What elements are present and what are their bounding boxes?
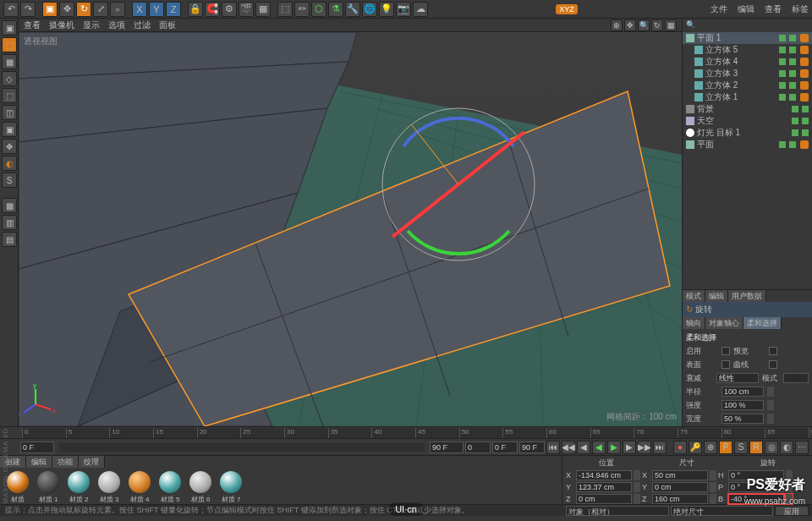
key-opts-button[interactable]: ⊕ (704, 441, 717, 454)
render-toggle[interactable] (789, 58, 796, 65)
render-toggle[interactable] (789, 47, 796, 53)
menu-view[interactable]: 查看 (765, 3, 782, 15)
attr-tab-soft[interactable]: 柔和选择 (743, 317, 782, 329)
om-search-icon[interactable]: 🔍 (686, 20, 695, 29)
attr-radius-input[interactable] (721, 387, 764, 397)
timeline-slider[interactable] (59, 443, 425, 452)
snap-button[interactable]: 🧲 (205, 2, 220, 17)
deformer-button[interactable]: 🔧 (345, 2, 360, 17)
scene-button[interactable]: 🌐 (362, 2, 377, 17)
object-row[interactable]: 背景 (683, 103, 812, 115)
material-tag[interactable] (800, 46, 809, 54)
axis-z-button[interactable]: Z (166, 2, 181, 17)
primitive-button[interactable]: ⬚ (277, 2, 293, 17)
attr-mode-tab[interactable]: 模式 (683, 290, 705, 302)
move-tool-button[interactable]: ✥ (59, 2, 74, 17)
vp-menu-options[interactable]: 选项 (108, 19, 125, 31)
next-key-button[interactable]: ▶▶ (638, 441, 651, 454)
visibility-toggle[interactable] (779, 35, 786, 41)
record-button[interactable]: ● (673, 441, 687, 454)
attr-edit-tab[interactable]: 编辑 (705, 290, 728, 302)
spinner[interactable] (767, 400, 774, 410)
attr-edge-checkbox[interactable] (769, 360, 777, 369)
vp-menu-camera[interactable]: 摄像机 (49, 19, 74, 31)
visibility-toggle[interactable] (779, 47, 786, 53)
visibility-toggle[interactable] (779, 58, 786, 65)
prev-frame-button[interactable]: ◀ (577, 441, 590, 454)
attr-width-input[interactable] (721, 414, 764, 424)
visibility-toggle[interactable] (779, 70, 786, 77)
attr-tab-axis[interactable]: 轴向 (683, 317, 705, 329)
goto-start-button[interactable]: ⏮ (546, 441, 560, 454)
material-tag[interactable] (800, 34, 809, 42)
key-rot-button[interactable]: R (749, 441, 763, 454)
render-toggle[interactable] (789, 70, 796, 77)
object-row[interactable]: 灯光 目标 1 (683, 127, 812, 139)
frame-range-end[interactable] (519, 441, 545, 453)
render-toggle[interactable] (789, 94, 796, 101)
object-row[interactable]: 天空 (683, 115, 812, 127)
coord-apply-button[interactable]: 应用 (775, 506, 809, 516)
model-mode-button[interactable]: ⬚ (2, 37, 17, 52)
play-back-button[interactable]: ◀ (592, 441, 606, 454)
make-editable-button[interactable]: ▣ (2, 20, 17, 36)
viewport-2-button[interactable]: ▥ (2, 215, 17, 230)
object-row[interactable]: 立方体 4 (683, 56, 812, 68)
visibility-toggle[interactable] (792, 118, 798, 124)
spinner[interactable] (710, 482, 716, 492)
spinner[interactable] (710, 494, 716, 504)
light-button[interactable]: 💡 (379, 2, 394, 17)
render-toggle[interactable] (802, 118, 809, 124)
axis-x-button[interactable]: X (132, 2, 147, 17)
spinner[interactable] (767, 414, 774, 424)
attr-mode-select[interactable] (783, 373, 809, 383)
spinner[interactable] (634, 494, 640, 504)
spinner[interactable] (767, 387, 774, 397)
polygon-mode-button[interactable]: ▣ (2, 122, 17, 137)
key-more-button[interactable]: ⋯ (795, 441, 809, 454)
vp-nav-4[interactable]: ↻ (651, 19, 663, 31)
autokey-button[interactable]: 🔑 (689, 441, 702, 454)
environment-button[interactable]: ☁ (413, 2, 428, 17)
attr-tab-pivot[interactable]: 对象轴心 (705, 317, 743, 329)
select-tool-button[interactable]: ▣ (42, 2, 58, 17)
scale-tool-button[interactable]: ⤢ (93, 2, 108, 17)
material-item[interactable]: 材质 2 (64, 471, 93, 504)
material-tag[interactable] (800, 140, 809, 149)
next-frame-button[interactable]: ▶ (623, 441, 636, 454)
material-item[interactable]: 材质 6 (186, 471, 215, 504)
attr-surface-checkbox[interactable] (721, 360, 730, 369)
redo-button[interactable]: ↷ (20, 2, 36, 17)
object-row[interactable]: 平面 1 (683, 32, 812, 44)
menu-tag[interactable]: 标签 (792, 3, 809, 15)
generator-button[interactable]: ⚗ (328, 2, 343, 17)
pen-button[interactable]: ✏ (294, 2, 310, 17)
coord-y-pos[interactable] (576, 482, 632, 492)
render-button[interactable]: 🎬 (239, 2, 254, 17)
prev-key-button[interactable]: ◀◀ (562, 441, 575, 454)
attr-strength-input[interactable] (721, 400, 764, 410)
key-pla-button[interactable]: ◐ (780, 441, 793, 454)
material-tag[interactable] (800, 69, 809, 78)
visibility-toggle[interactable] (792, 106, 798, 112)
attr-preview-checkbox[interactable] (769, 347, 777, 355)
object-row[interactable]: 立方体 3 (683, 68, 812, 80)
viewport-3d[interactable]: 透视视图 网格间距：100 cm (19, 32, 682, 426)
spinner[interactable] (634, 470, 640, 480)
coord-x-size[interactable] (652, 470, 708, 480)
frame-range-start[interactable] (465, 441, 491, 453)
edge-mode-button[interactable]: ◫ (2, 105, 17, 120)
render-toggle[interactable] (802, 106, 809, 112)
frame-start-input[interactable] (20, 441, 54, 453)
coord-y-size[interactable] (652, 482, 708, 492)
vp-menu-view[interactable]: 查看 (24, 19, 41, 31)
material-item[interactable]: 材质 4 (125, 471, 154, 504)
rotate-tool-button[interactable]: ↻ (76, 2, 91, 17)
key-scale-button[interactable]: S (734, 441, 748, 454)
key-param-button[interactable]: ◎ (765, 441, 778, 454)
material-item[interactable]: 材质 7 (217, 471, 245, 504)
attr-userdata-tab[interactable]: 用户数据 (728, 290, 766, 302)
timeline-ruler[interactable]: 051015202530354045505560657075808590 (22, 428, 809, 438)
snap-toggle-button[interactable]: S (2, 173, 17, 188)
vp-menu-panel[interactable]: 面板 (159, 19, 176, 31)
